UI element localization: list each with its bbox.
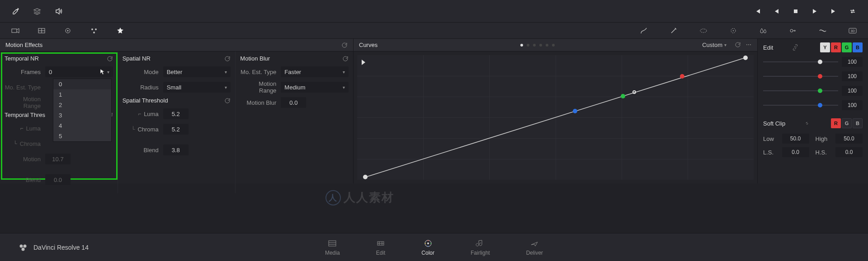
page-tab-deliver[interactable]: Deliver — [526, 239, 543, 256]
frames-dropdown[interactable]: 0 ▾ — [45, 66, 113, 77]
slider-track[interactable] — [763, 76, 838, 77]
motion-effects-panel: Motion Effects Temporal NR Frames 0 ▾ — [0, 39, 354, 183]
chevron-down-icon: ▾ — [343, 85, 345, 90]
channel-button-b[interactable]: B — [853, 42, 863, 52]
slider-handle[interactable] — [818, 60, 822, 64]
reset-icon[interactable] — [224, 56, 231, 62]
slider-handle[interactable] — [818, 89, 822, 93]
curves-tool-icon[interactable] — [640, 27, 648, 35]
target-icon[interactable] — [64, 27, 72, 35]
low-value[interactable]: 50.0 — [782, 134, 809, 144]
high-value[interactable]: 50.0 — [835, 134, 863, 144]
svg-point-11 — [790, 29, 793, 32]
page-tab-color[interactable]: Color — [421, 239, 434, 256]
softclip-channel-g[interactable]: G — [842, 118, 852, 128]
eyedropper-icon[interactable] — [11, 7, 19, 15]
softclip-channel-b[interactable]: B — [853, 118, 863, 128]
reset-icon[interactable] — [342, 56, 349, 62]
frames-option[interactable]: 5 — [53, 131, 111, 141]
secondary-toolbar: 3D — [0, 23, 868, 39]
softclip-channel-r[interactable]: R — [831, 118, 841, 128]
page-tab-fairlight[interactable]: Fairlight — [471, 239, 490, 256]
edit-slider-row: 100 — [763, 100, 863, 110]
frames-option[interactable]: 3 — [53, 110, 111, 121]
page-tab-edit[interactable]: Edit — [376, 239, 386, 256]
3d-icon[interactable]: 3D — [849, 27, 857, 35]
more-icon[interactable] — [745, 42, 752, 48]
panel-title: Curves — [359, 42, 377, 48]
frames-option[interactable]: 2 — [53, 100, 111, 110]
drops-icon[interactable] — [759, 27, 767, 35]
color-icon — [424, 239, 433, 248]
frames-dropdown-current[interactable]: 0 — [53, 79, 111, 89]
reset-icon[interactable] — [224, 98, 231, 104]
motion-blur-value[interactable]: 0.0 — [281, 97, 306, 108]
play-reverse-icon[interactable] — [773, 7, 781, 15]
speaker-icon[interactable] — [55, 7, 63, 15]
stabilizer-icon[interactable] — [819, 27, 827, 35]
reset-icon[interactable] — [107, 56, 113, 62]
reset-icon[interactable] — [341, 42, 348, 48]
key-icon[interactable] — [789, 27, 797, 35]
motion-value[interactable]: 10.7 — [45, 154, 71, 164]
svg-point-5 — [91, 28, 93, 30]
curves-pager[interactable] — [520, 44, 555, 47]
app-name: DaVinci Resolve 14 — [33, 244, 89, 251]
edit-panel: Edit YRGB 100100100100 Soft Clip RGB Low… — [758, 39, 868, 183]
slider-track[interactable] — [763, 61, 838, 62]
mode-dropdown[interactable]: Better▾ — [163, 66, 231, 77]
bottom-bar: DaVinci Resolve 14 MediaEditColorFairlig… — [0, 233, 868, 261]
page-tab-media[interactable]: Media — [325, 239, 340, 256]
slider-handle[interactable] — [818, 103, 822, 107]
curves-plot[interactable] — [357, 55, 754, 180]
loop-icon[interactable] — [849, 7, 857, 15]
stop-icon[interactable] — [792, 7, 800, 15]
frames-option[interactable]: 4 — [53, 121, 111, 131]
slider-value[interactable]: 100 — [842, 57, 863, 67]
camera-icon[interactable] — [11, 27, 19, 35]
slider-handle[interactable] — [818, 74, 822, 79]
blend-value[interactable]: 3.8 — [163, 144, 189, 155]
svg-point-16 — [750, 44, 751, 45]
last-frame-icon[interactable] — [830, 7, 838, 15]
stack-icon[interactable] — [33, 7, 41, 15]
svg-point-27 — [428, 246, 429, 247]
slider-track[interactable] — [763, 90, 838, 91]
channel-button-g[interactable]: G — [842, 42, 852, 52]
motion-range-dropdown[interactable]: Medium▾ — [281, 82, 349, 93]
reset-icon[interactable] — [735, 42, 741, 48]
hs-value[interactable]: 0.0 — [835, 147, 863, 157]
chroma-value[interactable]: 5.2 — [163, 124, 189, 135]
link-icon[interactable] — [804, 120, 810, 126]
curve-point[interactable] — [621, 94, 625, 98]
blend-value[interactable]: 0.0 — [45, 174, 71, 185]
luma-value[interactable]: 5.2 — [163, 108, 189, 119]
nodes-icon[interactable] — [90, 27, 98, 35]
tracker-icon[interactable] — [729, 27, 737, 35]
curve-point[interactable] — [743, 56, 748, 60]
blend-label: Blend — [5, 177, 45, 183]
slider-value[interactable]: 100 — [842, 100, 863, 110]
ls-value[interactable]: 0.0 — [782, 147, 809, 157]
play-icon[interactable] — [811, 7, 819, 15]
channel-button-r[interactable]: R — [831, 42, 841, 52]
grid-icon[interactable] — [38, 27, 46, 35]
curves-mode-dropdown[interactable]: Custom▾ — [702, 42, 726, 48]
mo-est-type-dropdown[interactable]: Faster▾ — [281, 66, 349, 77]
frames-option[interactable]: 1 — [53, 89, 111, 100]
star-icon[interactable] — [116, 27, 124, 35]
curve-point[interactable] — [632, 90, 636, 94]
channel-button-y[interactable]: Y — [820, 42, 830, 52]
frames-label: Frames — [5, 69, 45, 75]
link-icon[interactable] — [792, 44, 798, 51]
ellipse-icon[interactable] — [699, 27, 708, 35]
top-toolbar — [0, 0, 868, 23]
curve-point[interactable] — [363, 175, 368, 179]
slider-track[interactable] — [763, 105, 838, 106]
radius-dropdown[interactable]: Small▾ — [163, 82, 231, 93]
curve-point[interactable] — [680, 74, 684, 79]
slider-value[interactable]: 100 — [842, 86, 863, 96]
wand-icon[interactable] — [670, 27, 678, 35]
slider-value[interactable]: 100 — [842, 71, 863, 81]
first-frame-icon[interactable] — [754, 7, 762, 15]
